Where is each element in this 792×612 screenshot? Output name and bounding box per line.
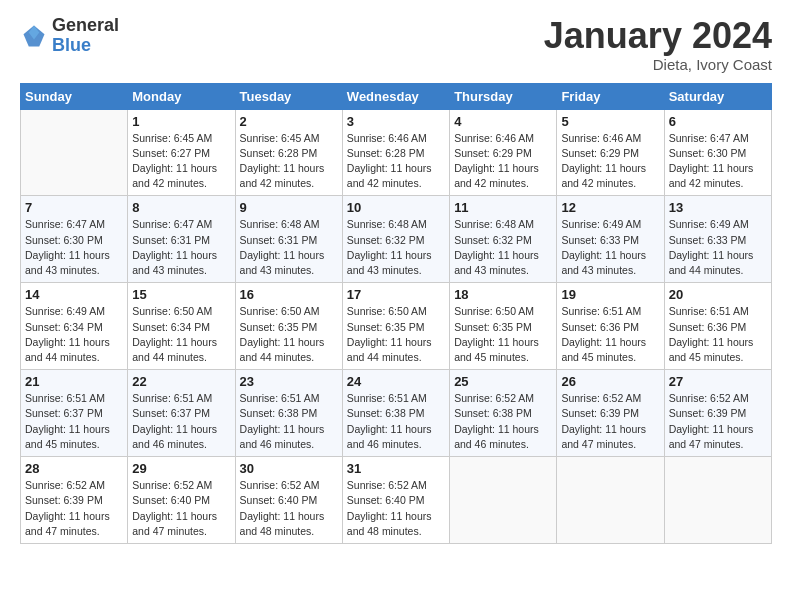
cell-2-3: 17Sunrise: 6:50 AMSunset: 6:35 PMDayligh… xyxy=(342,283,449,370)
cell-info: Sunrise: 6:48 AMSunset: 6:32 PMDaylight:… xyxy=(454,218,539,276)
col-header-saturday: Saturday xyxy=(664,83,771,109)
cell-info: Sunrise: 6:51 AMSunset: 6:36 PMDaylight:… xyxy=(561,305,646,363)
cell-0-6: 6Sunrise: 6:47 AMSunset: 6:30 PMDaylight… xyxy=(664,109,771,196)
day-number: 16 xyxy=(240,287,338,302)
day-number: 24 xyxy=(347,374,445,389)
cell-2-2: 16Sunrise: 6:50 AMSunset: 6:35 PMDayligh… xyxy=(235,283,342,370)
cell-0-1: 1Sunrise: 6:45 AMSunset: 6:27 PMDaylight… xyxy=(128,109,235,196)
cell-0-0 xyxy=(21,109,128,196)
cell-2-5: 19Sunrise: 6:51 AMSunset: 6:36 PMDayligh… xyxy=(557,283,664,370)
cell-info: Sunrise: 6:46 AMSunset: 6:29 PMDaylight:… xyxy=(561,132,646,190)
day-number: 4 xyxy=(454,114,552,129)
cell-4-3: 31Sunrise: 6:52 AMSunset: 6:40 PMDayligh… xyxy=(342,457,449,544)
cell-3-5: 26Sunrise: 6:52 AMSunset: 6:39 PMDayligh… xyxy=(557,370,664,457)
cell-info: Sunrise: 6:47 AMSunset: 6:31 PMDaylight:… xyxy=(132,218,217,276)
cell-2-6: 20Sunrise: 6:51 AMSunset: 6:36 PMDayligh… xyxy=(664,283,771,370)
week-row-3: 21Sunrise: 6:51 AMSunset: 6:37 PMDayligh… xyxy=(21,370,772,457)
day-number: 20 xyxy=(669,287,767,302)
day-number: 14 xyxy=(25,287,123,302)
cell-2-4: 18Sunrise: 6:50 AMSunset: 6:35 PMDayligh… xyxy=(450,283,557,370)
col-header-thursday: Thursday xyxy=(450,83,557,109)
cell-info: Sunrise: 6:49 AMSunset: 6:34 PMDaylight:… xyxy=(25,305,110,363)
calendar-table: SundayMondayTuesdayWednesdayThursdayFrid… xyxy=(20,83,772,544)
col-header-monday: Monday xyxy=(128,83,235,109)
cell-info: Sunrise: 6:49 AMSunset: 6:33 PMDaylight:… xyxy=(669,218,754,276)
cell-info: Sunrise: 6:48 AMSunset: 6:32 PMDaylight:… xyxy=(347,218,432,276)
cell-info: Sunrise: 6:45 AMSunset: 6:28 PMDaylight:… xyxy=(240,132,325,190)
cell-1-6: 13Sunrise: 6:49 AMSunset: 6:33 PMDayligh… xyxy=(664,196,771,283)
day-number: 25 xyxy=(454,374,552,389)
cell-info: Sunrise: 6:51 AMSunset: 6:38 PMDaylight:… xyxy=(347,392,432,450)
cell-1-4: 11Sunrise: 6:48 AMSunset: 6:32 PMDayligh… xyxy=(450,196,557,283)
day-number: 6 xyxy=(669,114,767,129)
cell-info: Sunrise: 6:51 AMSunset: 6:37 PMDaylight:… xyxy=(25,392,110,450)
logo-text: General Blue xyxy=(52,16,119,56)
day-number: 23 xyxy=(240,374,338,389)
day-number: 5 xyxy=(561,114,659,129)
logo-icon xyxy=(20,22,48,50)
day-number: 10 xyxy=(347,200,445,215)
col-header-friday: Friday xyxy=(557,83,664,109)
cell-info: Sunrise: 6:52 AMSunset: 6:39 PMDaylight:… xyxy=(25,479,110,537)
cell-info: Sunrise: 6:51 AMSunset: 6:38 PMDaylight:… xyxy=(240,392,325,450)
cell-3-1: 22Sunrise: 6:51 AMSunset: 6:37 PMDayligh… xyxy=(128,370,235,457)
cell-3-4: 25Sunrise: 6:52 AMSunset: 6:38 PMDayligh… xyxy=(450,370,557,457)
cell-4-5 xyxy=(557,457,664,544)
cell-4-0: 28Sunrise: 6:52 AMSunset: 6:39 PMDayligh… xyxy=(21,457,128,544)
day-number: 17 xyxy=(347,287,445,302)
day-number: 3 xyxy=(347,114,445,129)
day-number: 26 xyxy=(561,374,659,389)
cell-info: Sunrise: 6:51 AMSunset: 6:36 PMDaylight:… xyxy=(669,305,754,363)
day-number: 8 xyxy=(132,200,230,215)
day-number: 13 xyxy=(669,200,767,215)
cell-4-1: 29Sunrise: 6:52 AMSunset: 6:40 PMDayligh… xyxy=(128,457,235,544)
day-number: 7 xyxy=(25,200,123,215)
cell-1-0: 7Sunrise: 6:47 AMSunset: 6:30 PMDaylight… xyxy=(21,196,128,283)
cell-1-5: 12Sunrise: 6:49 AMSunset: 6:33 PMDayligh… xyxy=(557,196,664,283)
cell-info: Sunrise: 6:47 AMSunset: 6:30 PMDaylight:… xyxy=(25,218,110,276)
title-block: January 2024 Dieta, Ivory Coast xyxy=(544,16,772,73)
cell-0-2: 2Sunrise: 6:45 AMSunset: 6:28 PMDaylight… xyxy=(235,109,342,196)
cell-info: Sunrise: 6:49 AMSunset: 6:33 PMDaylight:… xyxy=(561,218,646,276)
day-number: 19 xyxy=(561,287,659,302)
cell-info: Sunrise: 6:50 AMSunset: 6:35 PMDaylight:… xyxy=(240,305,325,363)
day-number: 1 xyxy=(132,114,230,129)
cell-4-6 xyxy=(664,457,771,544)
cell-3-2: 23Sunrise: 6:51 AMSunset: 6:38 PMDayligh… xyxy=(235,370,342,457)
day-number: 9 xyxy=(240,200,338,215)
day-number: 30 xyxy=(240,461,338,476)
calendar-page: General Blue January 2024 Dieta, Ivory C… xyxy=(0,0,792,612)
day-number: 11 xyxy=(454,200,552,215)
day-number: 18 xyxy=(454,287,552,302)
header: General Blue January 2024 Dieta, Ivory C… xyxy=(20,16,772,73)
cell-1-2: 9Sunrise: 6:48 AMSunset: 6:31 PMDaylight… xyxy=(235,196,342,283)
cell-4-4 xyxy=(450,457,557,544)
location: Dieta, Ivory Coast xyxy=(544,56,772,73)
cell-info: Sunrise: 6:50 AMSunset: 6:35 PMDaylight:… xyxy=(347,305,432,363)
cell-3-0: 21Sunrise: 6:51 AMSunset: 6:37 PMDayligh… xyxy=(21,370,128,457)
cell-1-1: 8Sunrise: 6:47 AMSunset: 6:31 PMDaylight… xyxy=(128,196,235,283)
cell-info: Sunrise: 6:52 AMSunset: 6:39 PMDaylight:… xyxy=(669,392,754,450)
col-header-tuesday: Tuesday xyxy=(235,83,342,109)
day-number: 22 xyxy=(132,374,230,389)
day-number: 31 xyxy=(347,461,445,476)
day-number: 21 xyxy=(25,374,123,389)
week-row-4: 28Sunrise: 6:52 AMSunset: 6:39 PMDayligh… xyxy=(21,457,772,544)
cell-info: Sunrise: 6:51 AMSunset: 6:37 PMDaylight:… xyxy=(132,392,217,450)
cell-info: Sunrise: 6:45 AMSunset: 6:27 PMDaylight:… xyxy=(132,132,217,190)
cell-2-1: 15Sunrise: 6:50 AMSunset: 6:34 PMDayligh… xyxy=(128,283,235,370)
cell-2-0: 14Sunrise: 6:49 AMSunset: 6:34 PMDayligh… xyxy=(21,283,128,370)
cell-0-5: 5Sunrise: 6:46 AMSunset: 6:29 PMDaylight… xyxy=(557,109,664,196)
day-number: 15 xyxy=(132,287,230,302)
cell-info: Sunrise: 6:50 AMSunset: 6:34 PMDaylight:… xyxy=(132,305,217,363)
cell-info: Sunrise: 6:46 AMSunset: 6:28 PMDaylight:… xyxy=(347,132,432,190)
week-row-2: 14Sunrise: 6:49 AMSunset: 6:34 PMDayligh… xyxy=(21,283,772,370)
logo-general: General xyxy=(52,16,119,36)
cell-0-4: 4Sunrise: 6:46 AMSunset: 6:29 PMDaylight… xyxy=(450,109,557,196)
cell-info: Sunrise: 6:52 AMSunset: 6:38 PMDaylight:… xyxy=(454,392,539,450)
day-number: 29 xyxy=(132,461,230,476)
month-title: January 2024 xyxy=(544,16,772,56)
cell-info: Sunrise: 6:52 AMSunset: 6:40 PMDaylight:… xyxy=(132,479,217,537)
day-number: 27 xyxy=(669,374,767,389)
cell-3-6: 27Sunrise: 6:52 AMSunset: 6:39 PMDayligh… xyxy=(664,370,771,457)
